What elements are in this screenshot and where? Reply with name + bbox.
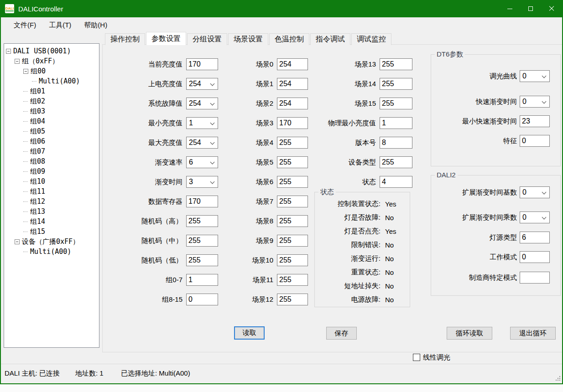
scene-10-input[interactable]: [277, 254, 308, 266]
min-level-select[interactable]: 1: [186, 117, 218, 129]
tree-item-multi-a00-device[interactable]: Multi(A00): [4, 247, 99, 257]
random-code-high-input[interactable]: [186, 215, 218, 227]
scene-4-input[interactable]: [277, 137, 308, 149]
tree-item-group-root[interactable]: 组（0xFF）: [4, 56, 99, 66]
scene-15-input[interactable]: [380, 98, 412, 109]
status-group: 状态 控制装置状态:Yes 灯是否故障:No 灯是否点亮:Yes 限制错误:No…: [314, 192, 410, 307]
light-source-type-input[interactable]: [520, 232, 550, 243]
minimize-button[interactable]: [499, 0, 520, 17]
random-code-mid-label: 随机码（中）: [129, 237, 182, 245]
groups-8-15-input[interactable]: [186, 294, 218, 305]
tree-item-group10[interactable]: 组10: [4, 176, 99, 186]
scene-14-label: 场景14: [315, 80, 376, 88]
read-button[interactable]: 读取: [234, 326, 265, 340]
fade-running-value: No: [385, 255, 394, 263]
collapse-icon[interactable]: [15, 59, 20, 64]
tree-item-group13[interactable]: 组13: [4, 206, 99, 217]
tab-grouping-settings[interactable]: 分组设置: [187, 33, 227, 45]
device-tree[interactable]: DALI USB(0001) 组（0xFF） 组00 Multi(A00) 组0…: [4, 43, 99, 348]
random-code-low-input[interactable]: [186, 254, 218, 266]
tree-item-group00[interactable]: 组00: [4, 66, 99, 76]
tree-item-group03[interactable]: 组03: [4, 106, 99, 116]
chevron-down-icon: [542, 74, 547, 78]
tree-item-group15[interactable]: 组15: [4, 227, 99, 237]
tree-item-group01[interactable]: 组01: [4, 86, 99, 96]
tab-debug-monitor[interactable]: 调试监控: [351, 33, 391, 45]
tab-parameter-settings[interactable]: 参数设置: [146, 32, 186, 45]
maximize-icon: [528, 6, 533, 11]
scene-6-input[interactable]: [277, 176, 308, 188]
scene-14-input[interactable]: [380, 78, 412, 90]
tree-item-dali-usb[interactable]: DALI USB(0001): [4, 46, 99, 56]
max-level-select[interactable]: 254: [186, 137, 218, 149]
current-brightness-input[interactable]: [186, 58, 218, 70]
random-code-mid-input[interactable]: [186, 235, 218, 247]
tab-scene-settings[interactable]: 场景设置: [228, 33, 268, 45]
tree-item-group02[interactable]: 组02: [4, 96, 99, 106]
operating-mode-input[interactable]: [520, 251, 550, 263]
ext-fade-time-base-select[interactable]: 0: [520, 186, 550, 198]
physical-min-level-input[interactable]: [380, 117, 412, 129]
version-number-input[interactable]: [380, 137, 412, 149]
scene-3-input[interactable]: [277, 117, 308, 129]
tree-item-device-broadcast[interactable]: 设备（广播0xFF）: [4, 237, 99, 247]
tree-item-group08[interactable]: 组08: [4, 156, 99, 166]
menu-file[interactable]: 文件(F): [7, 20, 42, 31]
tab-color-temp-control[interactable]: 色温控制: [269, 33, 309, 45]
tab-operation-control[interactable]: 操作控制: [105, 33, 145, 45]
tree-item-group07[interactable]: 组07: [4, 146, 99, 156]
fade-time-select[interactable]: 3: [186, 176, 218, 188]
collapse-icon[interactable]: [23, 69, 28, 74]
tree-item-group04[interactable]: 组04: [4, 116, 99, 126]
scene-11-input[interactable]: [277, 274, 308, 286]
ext-fade-time-multiplier-select[interactable]: 0: [520, 211, 550, 223]
collapse-icon[interactable]: [15, 239, 20, 244]
column-device-info: 场景13 场景14 场景15 物理最小亮度值 版本号 设备类型 状态: [315, 58, 412, 196]
data-register-input[interactable]: [186, 196, 218, 207]
collapse-icon[interactable]: [6, 49, 11, 54]
maximize-button[interactable]: [520, 0, 541, 17]
min-fast-fade-time-input[interactable]: [520, 115, 550, 127]
tab-command-debug[interactable]: 指令调试: [310, 33, 350, 45]
scene-8-input[interactable]: [277, 215, 308, 227]
features-input[interactable]: [520, 135, 550, 147]
tree-item-label: 设备（广播0xFF）: [22, 237, 79, 246]
menu-help[interactable]: 帮助(H): [78, 20, 114, 31]
scene-13-input[interactable]: [380, 58, 412, 70]
save-button[interactable]: 保存: [326, 327, 357, 340]
dimming-curve-select[interactable]: 0: [520, 70, 550, 82]
fade-rate-select[interactable]: 6: [186, 156, 218, 168]
tree-item-multi-a00[interactable]: Multi(A00): [4, 76, 99, 86]
loop-read-button[interactable]: 循环读取: [447, 327, 492, 340]
exit-loop-button[interactable]: 退出循环: [510, 327, 556, 340]
resize-grip[interactable]: [555, 375, 561, 382]
device-type-input[interactable]: [380, 156, 412, 168]
tree-item-group05[interactable]: 组05: [4, 126, 99, 136]
scene-0-input[interactable]: [277, 58, 308, 70]
fast-fade-time-select[interactable]: 0: [520, 96, 550, 108]
scene-2-input[interactable]: [277, 98, 308, 109]
lamp-on-value: Yes: [385, 227, 396, 235]
groups-0-7-input[interactable]: [186, 274, 218, 286]
menu-tools[interactable]: 工具(T): [42, 20, 78, 31]
tree-item-group06[interactable]: 组06: [4, 136, 99, 146]
scene-12-input[interactable]: [277, 294, 308, 305]
tree-item-group11[interactable]: 组11: [4, 186, 99, 196]
scene-5-input[interactable]: [277, 156, 308, 168]
system-failure-level-select[interactable]: 254: [186, 98, 218, 109]
linear-dimming-label[interactable]: 线性调光: [423, 353, 450, 362]
manufacturer-mode-label: 制造商特定模式: [431, 273, 517, 282]
manufacturer-mode-input[interactable]: [520, 272, 550, 284]
power-on-level-select[interactable]: 254: [186, 78, 218, 90]
tree-item-group14[interactable]: 组14: [4, 217, 99, 227]
scene-1-label: 场景1: [230, 80, 273, 88]
scene-7-input[interactable]: [277, 196, 308, 207]
scene-1-input[interactable]: [277, 78, 308, 90]
linear-dimming-checkbox[interactable]: [413, 354, 420, 361]
min-fast-fade-time-label: 最小快速渐变时间: [431, 117, 517, 126]
scene-9-input[interactable]: [277, 235, 308, 247]
status-value-input[interactable]: [380, 176, 412, 188]
close-button[interactable]: [541, 0, 562, 17]
tree-item-group09[interactable]: 组09: [4, 166, 99, 176]
tree-item-group12[interactable]: 组12: [4, 196, 99, 206]
